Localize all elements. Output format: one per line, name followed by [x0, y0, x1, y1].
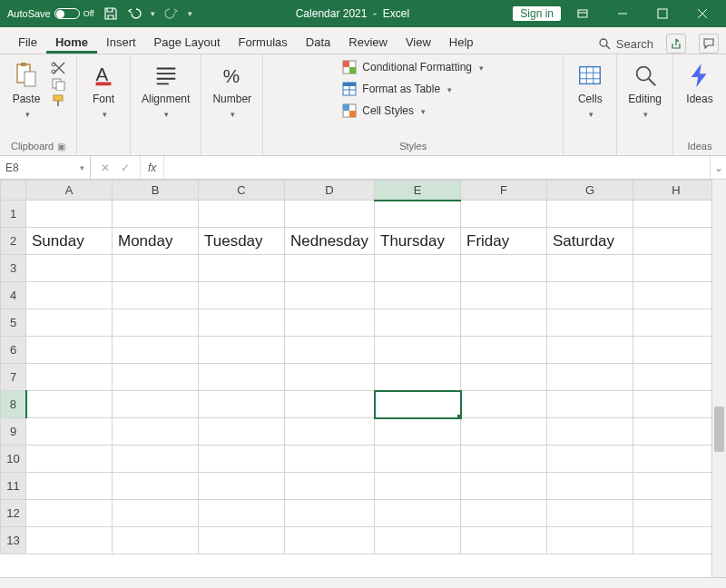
cell[interactable]	[26, 309, 113, 337]
cell[interactable]	[26, 255, 113, 282]
row-header[interactable]: 9	[1, 418, 26, 446]
cell[interactable]	[113, 201, 199, 228]
cell[interactable]	[461, 446, 547, 473]
font-button[interactable]: A Font	[84, 58, 123, 122]
ideas-button[interactable]: Ideas	[681, 58, 719, 107]
row-header[interactable]: 13	[1, 527, 26, 554]
tab-insert[interactable]: Insert	[97, 30, 145, 54]
cell[interactable]	[26, 201, 113, 228]
cancel-formula-icon[interactable]: ✕	[98, 162, 113, 174]
paste-button[interactable]: Paste	[7, 58, 45, 122]
cell[interactable]: Monday	[113, 228, 199, 255]
cell[interactable]	[199, 473, 285, 500]
cell[interactable]	[633, 418, 720, 446]
cell[interactable]	[26, 418, 113, 446]
cell[interactable]	[547, 446, 633, 473]
search-button[interactable]: Search	[598, 37, 653, 51]
column-header[interactable]: C	[199, 181, 285, 201]
row-header[interactable]: 12	[1, 500, 26, 527]
cell[interactable]	[375, 473, 461, 500]
cell[interactable]	[199, 282, 285, 309]
cell[interactable]	[547, 282, 633, 309]
cell[interactable]	[547, 391, 633, 418]
column-header[interactable]: D	[285, 181, 375, 201]
cell[interactable]	[375, 500, 461, 527]
cell[interactable]	[547, 418, 633, 446]
close-icon[interactable]	[684, 0, 721, 27]
cell[interactable]	[461, 473, 547, 500]
cell[interactable]	[461, 337, 547, 364]
cell[interactable]	[461, 255, 547, 282]
cell[interactable]	[375, 282, 461, 309]
cell[interactable]	[199, 364, 285, 391]
cell[interactable]	[199, 418, 285, 446]
cell[interactable]	[547, 255, 633, 282]
tab-formulas[interactable]: Formulas	[230, 30, 297, 54]
cell[interactable]	[633, 201, 720, 228]
cell[interactable]	[633, 337, 720, 364]
cell[interactable]	[199, 255, 285, 282]
cell[interactable]: Friday	[461, 228, 547, 255]
row-header[interactable]: 3	[1, 255, 26, 282]
cell[interactable]	[461, 418, 547, 446]
cell[interactable]	[26, 527, 113, 554]
row-header[interactable]: 8	[1, 391, 26, 418]
cell[interactable]	[375, 527, 461, 554]
select-all-corner[interactable]	[1, 181, 26, 201]
scrollbar-thumb[interactable]	[714, 407, 724, 452]
enter-formula-icon[interactable]: ✓	[118, 162, 132, 174]
dialog-launcher-icon[interactable]: ▣	[57, 142, 65, 152]
tab-data[interactable]: Data	[297, 30, 339, 54]
cell[interactable]	[285, 500, 375, 527]
cell[interactable]	[26, 391, 113, 418]
cell[interactable]	[633, 282, 720, 309]
cell-styles-button[interactable]: Cell Styles	[338, 102, 487, 120]
cell[interactable]	[113, 282, 199, 309]
undo-icon[interactable]	[127, 6, 142, 21]
cell[interactable]	[113, 391, 199, 418]
row-header[interactable]: 7	[1, 364, 26, 391]
cell[interactable]	[375, 391, 461, 418]
row-header[interactable]: 1	[1, 201, 26, 228]
cell[interactable]	[547, 527, 633, 554]
cell[interactable]: Sunday	[26, 228, 113, 255]
name-box[interactable]: E8 ▾	[0, 156, 91, 179]
cell[interactable]	[375, 201, 461, 228]
cell[interactable]	[461, 364, 547, 391]
vertical-scrollbar[interactable]	[711, 180, 726, 577]
cell[interactable]	[547, 500, 633, 527]
cell[interactable]: Thursday	[375, 228, 461, 255]
ribbon-display-options-icon[interactable]	[564, 0, 601, 27]
cell[interactable]	[26, 500, 113, 527]
editing-button[interactable]: Editing	[624, 58, 665, 122]
cell[interactable]	[633, 527, 720, 554]
cell[interactable]	[113, 309, 199, 337]
cell[interactable]	[461, 201, 547, 228]
cell[interactable]	[199, 309, 285, 337]
cell[interactable]	[285, 391, 375, 418]
maximize-icon[interactable]	[644, 0, 681, 27]
cell[interactable]	[285, 282, 375, 309]
column-header[interactable]: A	[26, 181, 113, 201]
cell[interactable]	[285, 309, 375, 337]
column-header[interactable]: B	[113, 181, 199, 201]
minimize-icon[interactable]	[604, 0, 641, 27]
cell[interactable]	[26, 446, 113, 473]
cell[interactable]	[26, 282, 113, 309]
cell[interactable]	[285, 337, 375, 364]
cell[interactable]	[633, 364, 720, 391]
cell[interactable]	[633, 446, 720, 473]
cell[interactable]	[26, 473, 113, 500]
cell[interactable]	[113, 255, 199, 282]
row-header[interactable]: 5	[1, 309, 26, 337]
cell[interactable]	[199, 446, 285, 473]
cell[interactable]	[375, 446, 461, 473]
cell[interactable]	[113, 473, 199, 500]
cell[interactable]	[461, 309, 547, 337]
save-icon[interactable]	[103, 6, 118, 21]
tab-help[interactable]: Help	[440, 30, 483, 54]
tab-view[interactable]: View	[397, 30, 440, 54]
cell[interactable]	[547, 364, 633, 391]
row-header[interactable]: 10	[1, 446, 26, 473]
cell[interactable]	[26, 337, 113, 364]
